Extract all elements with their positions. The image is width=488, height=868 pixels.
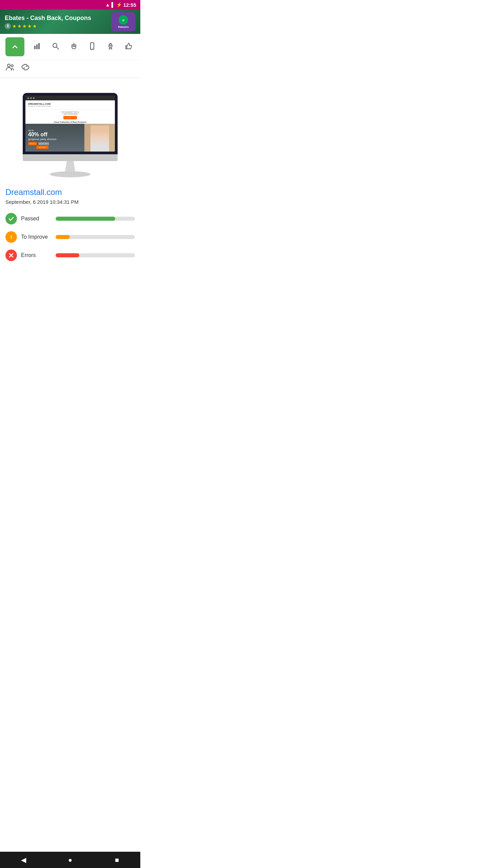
ad-logo: e Rakuten xyxy=(111,12,136,31)
warning-icon: ! xyxy=(8,234,15,240)
up-arrow-icon xyxy=(11,43,19,51)
improve-progress-track xyxy=(56,235,135,239)
errors-icon xyxy=(5,250,17,261)
wifi-icon: ▲ xyxy=(105,2,110,7)
ad-banner-left: Ebates - Cash Back, Coupons ℹ ★ ★ ★ ★ ★ xyxy=(5,15,91,29)
users-icon[interactable] xyxy=(5,63,14,74)
screen-person-figure xyxy=(90,125,109,152)
monitor-base-neck xyxy=(62,161,79,171)
main-content: DREAMSTALL.COM Quality & Trusted Online … xyxy=(0,79,140,268)
svg-point-12 xyxy=(11,65,13,67)
ad-title: Ebates - Cash Back, Coupons xyxy=(5,15,91,22)
star3: ★ xyxy=(22,23,27,29)
metrics: Passed ! To Improve xyxy=(5,213,135,261)
errors-progress-track xyxy=(56,253,135,257)
ad-banner[interactable]: Ebates - Cash Back, Coupons ℹ ★ ★ ★ ★ ★ … xyxy=(0,9,140,34)
improve-icon: ! xyxy=(5,231,17,243)
passed-progress-track xyxy=(56,217,135,221)
ad-stars: ℹ ★ ★ ★ ★ ★ xyxy=(5,23,91,29)
star1: ★ xyxy=(12,23,17,29)
check-icon xyxy=(8,215,15,222)
clock: 12:55 xyxy=(123,2,136,8)
search-icon[interactable] xyxy=(52,42,59,52)
status-bar: ▲ ▌ ⚡ 12:55 xyxy=(0,0,140,9)
monitor-container: DREAMSTALL.COM Quality & Trusted Online … xyxy=(5,93,135,177)
battery-icon: ⚡ xyxy=(116,2,122,7)
screen-logo-text: DREAMSTALL.COM xyxy=(28,103,51,105)
contact-phone: (+86) 13282135165 xyxy=(25,113,115,115)
ebates-icon-svg: e xyxy=(120,17,126,23)
signal-icon: ▌ xyxy=(111,2,115,7)
screen-hero: Up to 40% off gorgeous party dresses Sho… xyxy=(25,124,115,152)
passed-icon xyxy=(5,213,17,224)
rocket-icon[interactable] xyxy=(107,42,114,52)
screen-hero-image xyxy=(84,124,115,152)
toolbar2 xyxy=(0,60,140,76)
monitor-base-top xyxy=(23,154,118,161)
hero-text3: gorgeous party dresses xyxy=(28,138,57,141)
svg-point-9 xyxy=(110,45,111,46)
screen-hero-text: Up to 40% off gorgeous party dresses Sho… xyxy=(28,129,57,149)
errors-progress-fill xyxy=(56,253,79,257)
svg-point-8 xyxy=(92,48,93,49)
metric-errors: Errors xyxy=(5,250,135,261)
screen-logo-sub: Quality & Trusted Online Shop xyxy=(28,105,51,107)
toolbar-icons xyxy=(31,42,135,52)
chart-icon[interactable] xyxy=(34,42,41,52)
star4: ★ xyxy=(27,23,32,29)
screen-logo-area: DREAMSTALL.COM Quality & Trusted Online … xyxy=(28,103,51,107)
site-name[interactable]: Dreamstall.com xyxy=(5,188,135,197)
screen-contact: Got a question? Call us (+86) 1328213516… xyxy=(25,110,115,116)
monitor-screen: DREAMSTALL.COM Quality & Trusted Online … xyxy=(25,96,115,152)
errors-label: Errors xyxy=(21,252,52,258)
hero-text2: 40% off xyxy=(28,132,57,138)
screen-header-bar: DREAMSTALL.COM Quality & Trusted Online … xyxy=(25,100,115,110)
stars-row: ★ ★ ★ ★ ★ xyxy=(12,23,37,29)
link-icon[interactable] xyxy=(21,63,30,74)
svg-text:e: e xyxy=(122,18,124,22)
svg-point-11 xyxy=(7,64,10,67)
svg-rect-4 xyxy=(38,43,40,49)
star5: ★ xyxy=(33,23,37,29)
hand-icon[interactable] xyxy=(70,42,78,52)
view-video-btn: ▶ View Video xyxy=(38,142,49,145)
screen-hero-buttons: Shop Now ▶ View Video xyxy=(28,142,57,145)
status-icons: ▲ ▌ ⚡ 12:55 xyxy=(105,2,136,8)
screen-title-bar: Great Collection of Best Products xyxy=(25,120,115,124)
shop-now-btn: Shop Now xyxy=(28,142,37,145)
svg-point-5 xyxy=(53,43,57,47)
svg-rect-2 xyxy=(34,46,36,49)
x-icon xyxy=(8,252,15,259)
screen-content: DREAMSTALL.COM Quality & Trusted Online … xyxy=(25,100,115,152)
ebates-logo-icon: e xyxy=(119,15,128,25)
mobile-icon[interactable] xyxy=(88,42,96,52)
improve-progress-fill xyxy=(56,235,70,239)
ad-logo-text: Rakuten xyxy=(118,25,129,28)
improve-label: To Improve xyxy=(21,234,52,240)
screen-contact-btn: ● xyxy=(63,116,77,119)
site-date: September, 6 2019 10:34:31 PM xyxy=(5,199,135,205)
metric-passed: Passed xyxy=(5,213,135,224)
hero-text1: Up to xyxy=(28,129,57,132)
svg-line-6 xyxy=(57,47,59,49)
star2: ★ xyxy=(17,23,22,29)
monitor-screen-wrapper: DREAMSTALL.COM Quality & Trusted Online … xyxy=(23,93,118,154)
passed-label: Passed xyxy=(21,216,52,222)
buy-now-btn: BUY NOW xyxy=(36,146,48,149)
divider xyxy=(0,78,140,78)
monitor-base-foot xyxy=(50,171,90,177)
metric-improve: ! To Improve xyxy=(5,231,135,243)
svg-rect-10 xyxy=(126,46,127,49)
monitor: DREAMSTALL.COM Quality & Trusted Online … xyxy=(23,93,118,177)
up-button[interactable] xyxy=(5,37,24,56)
passed-progress-fill xyxy=(56,217,115,221)
info-icon: ℹ xyxy=(5,23,11,29)
svg-rect-3 xyxy=(36,44,38,49)
thumbs-up-icon[interactable] xyxy=(125,42,133,52)
svg-text:!: ! xyxy=(11,234,12,240)
toolbar xyxy=(0,34,140,60)
screen-topbar xyxy=(25,96,115,100)
